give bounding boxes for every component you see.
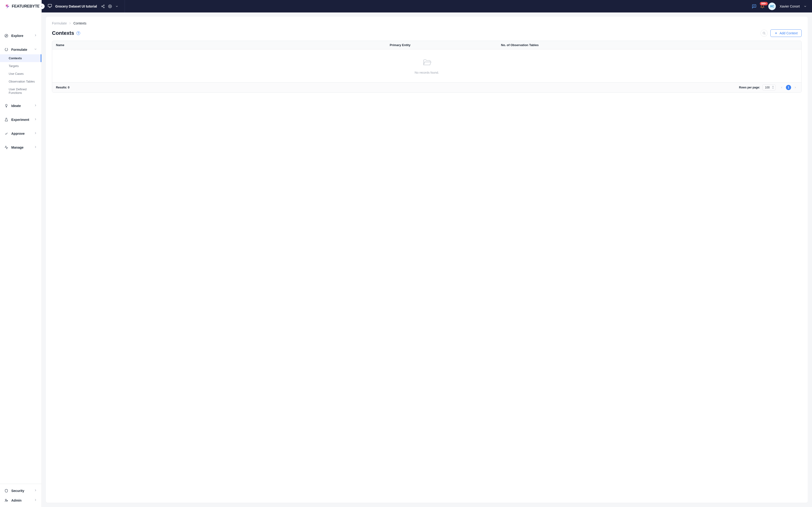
subnav-formulate: Contexts Targets Use Cases Observation T… <box>0 54 41 97</box>
breadcrumb: Formulate > Contexts <box>46 21 808 25</box>
topbar: FEATUREBYTE Grocery Dataset UI tutorial <box>0 0 812 12</box>
subnav-observation-tables[interactable]: Observation Tables <box>0 77 41 86</box>
page-title-wrap: Contexts ? <box>52 30 80 36</box>
col-header-observation-tables[interactable]: No. of Observation Tables <box>501 43 798 47</box>
empty-state: No records found. <box>52 49 801 82</box>
nav-label: Admin <box>11 499 22 502</box>
plus-icon <box>774 32 778 35</box>
chevron-right-icon <box>34 104 37 108</box>
svg-point-8 <box>7 500 8 501</box>
svg-point-3 <box>104 7 104 8</box>
nav-label: Explore <box>11 34 23 38</box>
chat-icon[interactable] <box>752 4 756 9</box>
table-footer: Results: 0 Rows per page: 100 <box>52 82 801 93</box>
search-button[interactable] <box>760 30 767 37</box>
chevron-down-icon[interactable] <box>115 5 119 8</box>
rows-per-page-select[interactable]: 100 <box>762 84 775 91</box>
col-header-primary-entity[interactable]: Primary Entity <box>390 43 501 47</box>
chevron-right-icon <box>34 489 37 493</box>
nav-manage[interactable]: Manage <box>0 143 41 152</box>
contexts-table: Name Primary Entity No. of Observation T… <box>52 41 802 93</box>
svg-point-9 <box>763 32 765 34</box>
subnav-user-defined-functions[interactable]: User Defined Functions <box>0 86 41 97</box>
nav-security[interactable]: Security <box>0 486 41 496</box>
add-context-button[interactable]: Add Context <box>770 30 802 37</box>
notification-badge: 999+ <box>760 2 768 5</box>
nav-explore[interactable]: Explore <box>0 31 41 41</box>
flask-icon <box>4 118 8 122</box>
table-header: Name Primary Entity No. of Observation T… <box>52 41 801 49</box>
nav-experiment[interactable]: Experiment <box>0 115 41 124</box>
chevron-right-icon <box>34 498 37 502</box>
user-name[interactable]: Xavier Conort <box>779 4 800 8</box>
svg-rect-0 <box>48 4 52 7</box>
add-context-label: Add Context <box>779 31 798 35</box>
project-title[interactable]: Grocery Dataset UI tutorial <box>55 4 97 8</box>
folder-open-icon <box>422 58 432 67</box>
svg-point-1 <box>104 5 104 6</box>
subnav-targets[interactable]: Targets <box>0 62 41 70</box>
user-menu-chevron[interactable] <box>804 5 807 8</box>
gear-icon[interactable] <box>108 4 112 8</box>
chevron-down-icon <box>804 5 807 8</box>
monitor-icon <box>48 4 52 9</box>
svg-point-7 <box>5 499 6 500</box>
check-icon <box>4 132 8 135</box>
chevron-down-icon <box>34 48 37 52</box>
main-content: Formulate > Contexts Contexts ? <box>42 12 812 507</box>
collapse-sidebar-button[interactable] <box>39 4 45 9</box>
brain-icon <box>4 48 8 52</box>
avatar[interactable]: XC <box>768 3 776 10</box>
page-prev-button[interactable] <box>779 85 784 90</box>
brand-name: FEATUREBYTE <box>12 4 40 9</box>
chevron-right-icon <box>34 34 37 38</box>
nav-label: Manage <box>11 146 23 149</box>
nav-label: Ideate <box>11 104 21 108</box>
sidebar: Explore Formulate Con <box>0 12 42 507</box>
rows-per-page-value: 100 <box>765 86 770 89</box>
chevron-left-icon <box>780 86 783 89</box>
rows-per-page-label: Rows per page: <box>739 86 760 89</box>
activity-icon <box>4 146 8 149</box>
svg-point-4 <box>110 6 111 7</box>
pagination: 1 <box>779 85 798 90</box>
svg-point-5 <box>5 34 8 37</box>
chevron-right-icon <box>34 131 37 135</box>
subnav-contexts[interactable]: Contexts <box>0 54 41 62</box>
page-title: Contexts <box>52 30 74 36</box>
breadcrumb-current: Contexts <box>73 21 86 25</box>
results-count: Results: 0 <box>56 86 69 89</box>
shield-icon <box>4 489 8 493</box>
svg-point-2 <box>102 6 103 7</box>
nav-label: Formulate <box>11 48 27 52</box>
compass-icon <box>4 34 8 38</box>
nav-admin[interactable]: Admin <box>0 496 41 505</box>
brand-logo[interactable]: FEATUREBYTE <box>5 4 40 9</box>
svg-marker-6 <box>6 35 7 36</box>
breadcrumb-separator: > <box>69 21 71 25</box>
nav-formulate[interactable]: Formulate <box>0 45 41 54</box>
lightbulb-icon <box>4 104 8 108</box>
topbar-right: 999+ XC Xavier Conort <box>752 3 812 10</box>
nav-ideate[interactable]: Ideate <box>0 101 41 111</box>
project-zone: Grocery Dataset UI tutorial <box>42 0 125 12</box>
nav-approve[interactable]: Approve <box>0 129 41 138</box>
chevron-right-icon <box>794 86 797 89</box>
col-header-name[interactable]: Name <box>56 43 390 47</box>
breadcrumb-parent[interactable]: Formulate <box>52 21 67 25</box>
search-icon <box>762 32 766 35</box>
page-number-current[interactable]: 1 <box>786 85 791 90</box>
chevron-left-icon <box>41 5 43 8</box>
admin-icon <box>4 499 8 502</box>
empty-state-text: No records found. <box>415 71 439 74</box>
subnav-use-cases[interactable]: Use Cases <box>0 70 41 77</box>
notifications-button[interactable]: 999+ <box>760 4 764 8</box>
chevron-right-icon <box>34 118 37 122</box>
page-next-button[interactable] <box>793 85 798 90</box>
help-icon[interactable]: ? <box>76 31 80 35</box>
logo-section: FEATUREBYTE <box>0 0 42 12</box>
nav-label: Approve <box>11 132 25 135</box>
chevron-right-icon <box>34 145 37 149</box>
nav-label: Security <box>11 489 24 493</box>
share-icon[interactable] <box>101 4 105 8</box>
